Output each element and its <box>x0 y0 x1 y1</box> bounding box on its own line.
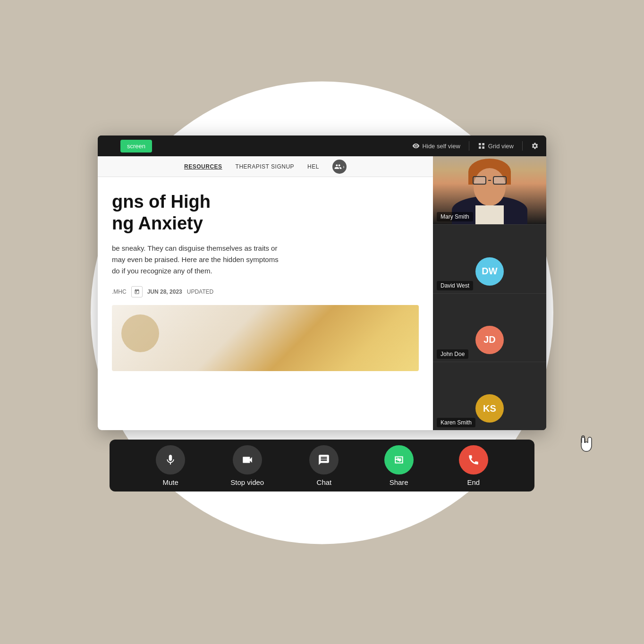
chat-label: Chat <box>317 478 332 486</box>
share-screen-icon <box>393 454 405 466</box>
grid-view-label: Grid view <box>488 143 514 150</box>
karen-name-label: Karen Smith <box>437 418 475 427</box>
divider <box>469 141 469 151</box>
share-button[interactable]: Share <box>384 445 414 486</box>
hide-self-view-btn[interactable]: Hide self view <box>412 142 460 150</box>
gear-icon <box>531 142 539 150</box>
video-camera-icon <box>241 454 254 466</box>
mute-label: Mute <box>162 478 178 486</box>
end-label: End <box>467 478 480 486</box>
top-bar-controls: Hide self view Grid view <box>412 141 539 151</box>
nav-therapist-signup[interactable]: THERAPIST SIGNUP <box>236 163 294 170</box>
settings-btn[interactable] <box>531 142 539 150</box>
nav-help[interactable]: HEL <box>307 163 319 170</box>
nav-group-button[interactable]: › <box>332 160 347 174</box>
screen-share-button[interactable]: screen <box>120 140 152 153</box>
eye-icon <box>412 142 420 150</box>
top-bar: screen Hide self view Grid view <box>98 136 546 156</box>
hide-self-view-label: Hide self view <box>423 143 460 150</box>
david-avatar: DW <box>475 257 504 286</box>
web-panel: RESOURCES THERAPIST SIGNUP HEL › gns of … <box>98 156 433 430</box>
article-image <box>112 305 419 371</box>
participant-david-west: DW David West <box>433 225 546 293</box>
mute-button[interactable]: Mute <box>156 445 185 486</box>
share-label: Share <box>390 478 408 486</box>
toolbar: Mute Stop video Chat <box>110 440 534 491</box>
chat-icon <box>318 454 330 466</box>
content-area: RESOURCES THERAPIST SIGNUP HEL › gns of … <box>98 156 546 430</box>
participant-john-doe: JD John Doe <box>433 294 546 362</box>
karen-avatar: KS <box>475 394 504 423</box>
share-icon-circle <box>384 445 414 475</box>
cursor-pointer <box>577 432 595 459</box>
chat-icon-circle <box>309 445 339 475</box>
phone-end-icon <box>467 454 480 466</box>
grid-icon <box>478 142 485 150</box>
divider2 <box>522 141 523 151</box>
mary-name-label: Mary Smith <box>437 212 473 221</box>
grid-view-btn[interactable]: Grid view <box>478 142 514 150</box>
nav-resources[interactable]: RESOURCES <box>184 163 222 170</box>
people-icon <box>334 163 342 170</box>
john-avatar: JD <box>475 326 504 354</box>
article-updated: UPDATED <box>187 288 213 295</box>
participants-panel: Mary Smith DW David West JD John Doe <box>433 156 546 430</box>
article-meta: .MHC JUN 28, 2023 UPDATED <box>112 286 419 297</box>
john-name-label: John Doe <box>437 349 468 359</box>
meta-icon <box>131 286 143 297</box>
main-container: screen Hide self view Grid view <box>98 136 546 508</box>
web-content: gns of High ng Anxiety be sneaky. They c… <box>98 177 433 381</box>
stop-video-label: Stop video <box>230 478 264 486</box>
hand-cursor-icon <box>577 432 595 455</box>
participant-karen-smith: KS Karen Smith <box>433 362 546 430</box>
article-author: .MHC <box>112 288 127 295</box>
article-title: gns of High ng Anxiety <box>112 191 419 234</box>
nav-chevron: › <box>343 164 345 169</box>
stop-video-icon-circle <box>233 445 262 475</box>
stop-video-button[interactable]: Stop video <box>230 445 264 486</box>
end-button[interactable]: End <box>459 445 488 486</box>
mute-icon-circle <box>156 445 185 475</box>
video-window: screen Hide self view Grid view <box>98 136 546 430</box>
participant-mary-smith: Mary Smith <box>433 156 546 225</box>
web-nav: RESOURCES THERAPIST SIGNUP HEL › <box>98 156 433 177</box>
end-icon-circle <box>459 445 488 475</box>
david-name-label: David West <box>437 281 473 290</box>
article-date: JUN 28, 2023 <box>147 288 182 295</box>
microphone-icon <box>164 454 177 466</box>
chat-button[interactable]: Chat <box>309 445 339 486</box>
article-body: be sneaky. They can disguise themselves … <box>112 243 419 277</box>
